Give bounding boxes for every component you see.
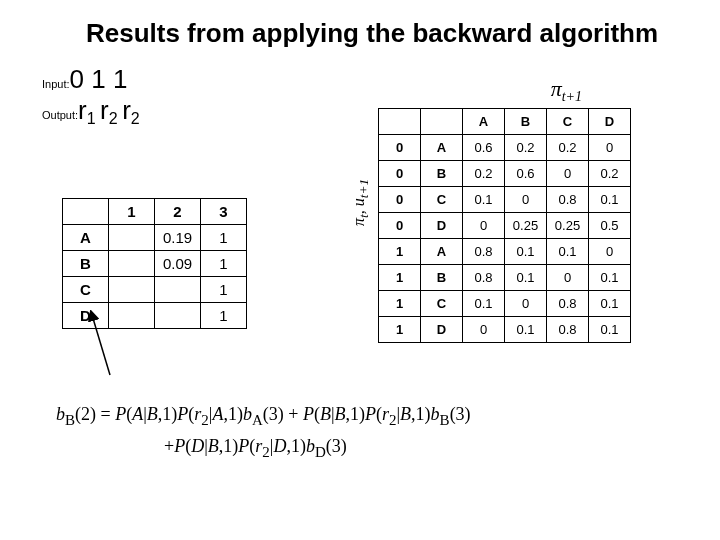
col-header: 2 xyxy=(155,199,201,225)
table-row: 1B0.80.100.1 xyxy=(379,265,631,291)
col-header: 1 xyxy=(109,199,155,225)
svg-line-0 xyxy=(92,315,110,375)
col-header: 3 xyxy=(201,199,247,225)
table-row: 1D00.10.80.1 xyxy=(379,317,631,343)
io-block: Input: 0 1 1 Output: r1 r2 r2 xyxy=(42,64,140,126)
table-row: 0B0.20.600.2 xyxy=(379,161,631,187)
pi-t-plus-1-label: πt+1 xyxy=(551,76,582,105)
col-header: A xyxy=(463,109,505,135)
output-value: r1 r2 r2 xyxy=(78,95,140,126)
table-row: 0C0.100.80.1 xyxy=(379,187,631,213)
row-header: A xyxy=(63,225,109,251)
row-header: C xyxy=(63,277,109,303)
slide-title: Results from applying the backward algor… xyxy=(0,0,720,55)
table-row: 1C0.100.80.1 xyxy=(379,291,631,317)
equation: bB(2) = P(A|B,1)P(r2|A,1)bA(3) + P(B|B,1… xyxy=(56,400,471,463)
col-header: D xyxy=(589,109,631,135)
table-row: 0D00.250.250.5 xyxy=(379,213,631,239)
arrow-icon xyxy=(80,310,120,380)
row-header: B xyxy=(63,251,109,277)
table-row: 1A0.80.10.10 xyxy=(379,239,631,265)
input-label: Input: xyxy=(42,78,70,90)
col-header: C xyxy=(547,109,589,135)
output-label: Output: xyxy=(42,109,78,121)
left-axis-label: πt, ut+1 xyxy=(350,179,372,226)
transition-table: A B C D 0A0.60.20.20 0B0.20.600.2 0C0.10… xyxy=(378,108,631,343)
input-value: 0 1 1 xyxy=(70,64,128,95)
table-row: 0A0.60.20.20 xyxy=(379,135,631,161)
col-header: B xyxy=(505,109,547,135)
